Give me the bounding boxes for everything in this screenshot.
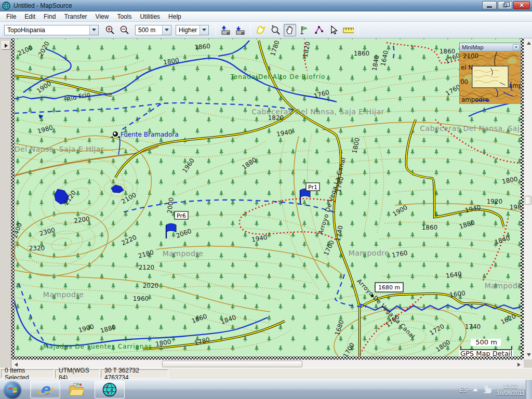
menu-find[interactable]: Find [39,12,60,21]
minimap-close-button[interactable]: ✕ [513,44,520,50]
zoom-tool[interactable] [269,24,282,36]
zoom-scale-combo[interactable]: 500 m [135,25,171,35]
menu-help[interactable]: Help [164,12,185,21]
contour-label: 2120 [139,264,155,271]
zoom-out-button[interactable] [118,24,131,36]
zoom-in-button[interactable] [104,24,116,36]
network-icon[interactable] [483,386,491,393]
svg-text:1680 m: 1680 m [378,284,400,291]
minimize-button[interactable] [482,1,497,9]
side-panel-strip [0,38,11,368]
selection-tool[interactable] [327,24,340,36]
vertical-scroll-thumb[interactable] [525,196,531,205]
contour-label: 1860 [354,50,370,57]
map-polygon-icon [256,25,266,35]
scroll-up-icon[interactable] [527,42,531,45]
minimap-title: MiniMap [462,44,484,50]
expand-panel-button[interactable] [2,41,10,50]
minimap-label: 2100 [463,52,478,60]
tray-time: 13:22 [497,383,525,390]
minimap-view-rect[interactable] [472,66,508,88]
combo-dropdown-icon[interactable] [89,25,98,35]
contour-label: 1960 [133,295,149,302]
taskbar-mapsource[interactable] [95,381,125,398]
vertical-scrollbar[interactable] [524,38,532,360]
measure-tool[interactable] [342,24,354,36]
menu-transfer[interactable]: Transfer [60,12,91,21]
clock[interactable]: 13:22 16/08/2011 [497,383,525,396]
select-maps-tool[interactable] [255,24,267,36]
svg-text:GPS Map Detail: GPS Map Detail [460,350,512,357]
send-to-device-icon [220,25,232,35]
menu-utilities[interactable]: Utilities [136,12,164,21]
close-button[interactable]: ✕ [513,1,530,9]
contour-label: 1920 [487,198,503,205]
region-label: Mampodre [163,249,204,258]
waypoint-name: Pr1 [308,184,317,191]
tray-date: 16/08/2011 [497,390,525,396]
combo-dropdown-icon[interactable] [162,25,171,35]
tray-language[interactable]: ES [459,386,468,393]
folder-icon [69,383,84,396]
window-title: Untitled - MapSource [14,2,72,9]
menu-view[interactable]: View [91,12,113,21]
scroll-right-icon[interactable] [517,363,521,367]
status-spacer [169,369,530,378]
status-bar: 0 Items Selected UTM(WGS 84) 30 T 362732… [0,368,532,379]
mapsource-window: Untitled - MapSource ✕ FileEditFindTrans… [0,0,532,399]
region-label: Cabeceras Del Nansa, Saja E [420,124,524,132]
combo-dropdown-icon[interactable] [200,25,208,35]
zoom-out-icon [119,25,130,35]
minimap-title-bar[interactable]: MiniMap ✕ [460,43,521,51]
flag-icon [299,25,310,35]
start-button[interactable] [4,381,21,398]
send-to-device-button[interactable] [220,24,232,36]
water-label: Fuente Bramadora [121,131,179,138]
scroll-down-icon[interactable] [527,353,531,356]
minimap-label: 00 [460,78,468,86]
minimap-canvas[interactable]: 2100el N00ampampodre [460,51,521,104]
menu-file[interactable]: File [2,12,20,21]
receive-from-device-icon [235,25,246,35]
menu-tools[interactable]: Tools [113,12,136,21]
region-label: Cabeceras Del Nansa, Saja E Hijar [251,108,384,116]
waypoint-tool[interactable] [298,24,311,36]
region-label: Mampodre [43,290,84,299]
minimap-label: el N [461,64,473,71]
place-label: Majadas De Fuentes Carrionas [43,343,152,350]
menu-bar: FileEditFindTransferViewToolsUtilitiesHe… [0,11,532,22]
map-product-combo[interactable]: TopoHispania [4,25,99,35]
title-bar: Untitled - MapSource ✕ [0,0,532,11]
minimap-label: amp [509,82,521,89]
menu-edit[interactable]: Edit [20,12,39,21]
horizontal-scroll-thumb[interactable] [162,361,302,367]
route-tool[interactable] [313,24,325,36]
taskbar-windows-explorer[interactable] [63,381,89,398]
topo-map[interactable]: 2100202019001860180017801820186018401640… [11,38,524,360]
expand-arrow-icon [5,44,8,48]
region-label: Mampodre [349,249,390,257]
zoom-scale-value: 500 m [136,26,162,34]
contour-label: 2320 [29,245,45,252]
contour-label: 2020 [143,282,159,289]
receive-from-device-button[interactable] [234,24,247,36]
minimap-panel: MiniMap ✕ [459,43,521,104]
waypoint-name: Pr6 [177,212,186,219]
detail-level-combo[interactable]: Higher [176,25,209,35]
route-icon [314,25,324,35]
toolbar: TopoHispania 500 m Higher [0,22,532,38]
tray-expand-icon[interactable] [473,388,478,391]
svg-text:500 m: 500 m [475,338,497,346]
maximize-button[interactable] [498,1,512,9]
windows-flag-icon [8,386,17,394]
show-desktop-button[interactable] [526,380,532,399]
status-coordinates: 30 T 362732 4763734 [101,369,168,378]
region-label: Mampodre [485,282,524,290]
svg-text:e: e [40,382,51,397]
taskbar: e ES [0,379,532,399]
contour-label: 1860 [194,43,211,51]
pan-hand-tool[interactable] [284,24,296,36]
map-canvas[interactable]: 2100202019001860180017801820186018401640… [11,38,524,360]
magnifier-icon [270,25,281,35]
taskbar-internet-explorer[interactable]: e [30,381,60,398]
